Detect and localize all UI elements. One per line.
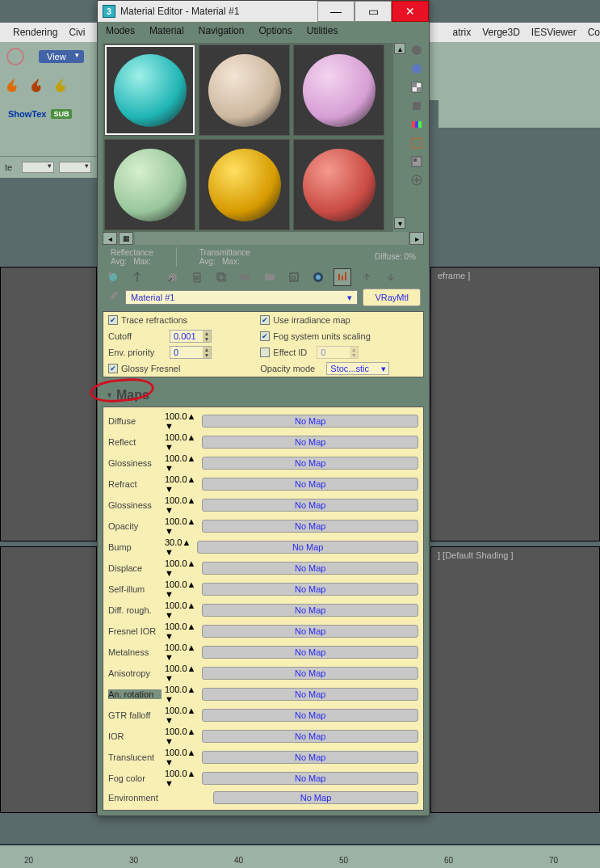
close-button[interactable]: ✕ <box>392 1 429 22</box>
fire-icon[interactable] <box>6 78 21 93</box>
go-forward-icon[interactable] <box>382 268 400 286</box>
map-slot-button[interactable]: No Map <box>202 646 418 659</box>
assign-to-selection-icon[interactable] <box>164 268 182 286</box>
scroll-up-icon[interactable]: ▴ <box>394 43 405 54</box>
sample-slot[interactable] <box>199 139 290 230</box>
get-material-icon[interactable] <box>104 268 122 286</box>
sample-slot[interactable] <box>293 44 384 136</box>
background-icon[interactable] <box>409 80 424 95</box>
video-color-icon[interactable] <box>409 117 424 132</box>
bg-menu-item[interactable]: atrix <box>452 27 471 38</box>
map-amount-spinner[interactable]: 100.0▲▼ <box>165 432 195 452</box>
minimize-button[interactable]: — <box>317 1 355 22</box>
render-scope-icon[interactable] <box>6 48 24 65</box>
viewport-bottom-right[interactable]: ] [Default Shading ] <box>430 546 600 813</box>
window-titlebar[interactable]: 3 Material Editor - Material #1 — ▭ ✕ <box>98 1 429 22</box>
material-type-button[interactable]: VRayMtl <box>363 289 421 306</box>
sample-slot[interactable] <box>104 44 195 136</box>
map-amount-spinner[interactable]: 100.0▲▼ <box>165 558 195 578</box>
viewport-bottom-left[interactable] <box>0 546 97 813</box>
map-amount-spinner[interactable]: 100.0▲▼ <box>165 600 195 620</box>
map-amount-spinner[interactable]: 100.0▲▼ <box>165 579 195 599</box>
options-icon[interactable] <box>409 136 424 150</box>
samples-hscroll[interactable]: ◂ ▦ ▸ <box>103 232 424 245</box>
eyedropper-icon[interactable] <box>106 290 120 305</box>
viewport-top-right[interactable]: eframe ] <box>430 267 600 541</box>
material-name-dropdown[interactable]: Material #1 <box>125 290 358 305</box>
map-slot-button[interactable]: No Map <box>202 457 418 470</box>
map-slot-button[interactable]: No Map <box>202 751 418 764</box>
map-slot-button[interactable]: No Map <box>202 688 418 701</box>
put-to-library-icon[interactable] <box>261 268 279 286</box>
menu-navigation[interactable]: Navigation <box>199 25 245 36</box>
map-amount-spinner[interactable]: 100.0▲▼ <box>165 643 195 662</box>
show-end-result-icon[interactable] <box>334 268 351 286</box>
map-slot-button[interactable]: No Map <box>202 499 418 512</box>
sample-slot[interactable] <box>293 139 384 230</box>
map-slot-button[interactable]: No Map <box>202 667 418 680</box>
fire-icon[interactable] <box>31 78 45 93</box>
maximize-button[interactable]: ▭ <box>355 1 392 22</box>
bg-menu-item[interactable]: Co <box>588 27 600 38</box>
menu-modes[interactable]: Modes <box>106 25 135 36</box>
backlight-icon[interactable] <box>409 61 424 76</box>
map-amount-spinner[interactable]: 100.0▲▼ <box>165 706 195 725</box>
map-slot-button[interactable]: No Map <box>197 541 418 554</box>
map-slot-button[interactable]: No Map <box>202 520 418 533</box>
sample-type-icon[interactable] <box>409 43 424 57</box>
material-map-icon[interactable] <box>409 173 424 188</box>
cutoff-spinner[interactable]: 0.001▲▼ <box>170 330 212 343</box>
select-by-material-icon[interactable] <box>409 154 424 169</box>
map-amount-spinner[interactable]: 100.0▲▼ <box>165 411 195 431</box>
bg-menu-item[interactable]: Verge3D <box>482 27 520 38</box>
menu-material[interactable]: Material <box>149 25 184 36</box>
grid-toggle-icon[interactable]: ▦ <box>119 232 133 245</box>
scroll-left-icon[interactable]: ◂ <box>103 232 117 245</box>
showtex-label[interactable]: ShowTex <box>8 109 46 119</box>
map-amount-spinner[interactable]: 100.0▲▼ <box>165 748 195 767</box>
map-slot-button[interactable]: No Map <box>202 604 418 617</box>
maps-rollout-header[interactable]: Maps <box>98 386 429 405</box>
map-amount-spinner[interactable]: 100.0▲▼ <box>165 664 195 683</box>
map-slot-button[interactable]: No Map <box>202 772 418 785</box>
sample-slot[interactable] <box>104 139 195 230</box>
map-amount-spinner[interactable]: 100.0▲▼ <box>165 453 195 473</box>
bg-menu-item[interactable]: Civi <box>69 27 85 38</box>
bg-menu-item[interactable]: Rendering <box>13 27 57 38</box>
glossy-fresnel-checkbox[interactable] <box>108 364 118 373</box>
map-amount-spinner[interactable]: 30.0▲▼ <box>165 537 191 557</box>
reset-icon[interactable] <box>188 268 206 286</box>
opacity-mode-dropdown[interactable]: Stoc...stic <box>326 362 389 375</box>
fire-icon[interactable] <box>55 78 69 93</box>
sample-uv-icon[interactable] <box>409 99 424 113</box>
samples-vscroll[interactable]: ▴ ▾ <box>393 43 406 229</box>
env-priority-spinner[interactable]: 0▲▼ <box>170 346 212 359</box>
map-amount-spinner[interactable]: 100.0▲▼ <box>165 474 195 494</box>
map-slot-button[interactable]: No Map <box>202 562 418 575</box>
bg-menu-item[interactable]: IESViewer <box>531 27 577 38</box>
fog-units-checkbox[interactable] <box>260 331 270 341</box>
map-amount-spinner[interactable]: 100.0▲▼ <box>165 727 195 746</box>
map-slot-button[interactable]: No Map <box>202 625 418 638</box>
effect-id-checkbox[interactable] <box>260 348 270 357</box>
combo-1[interactable] <box>22 162 54 173</box>
menu-utilities[interactable]: Utilities <box>307 25 338 36</box>
map-slot-button[interactable]: No Map <box>213 791 418 804</box>
combo-2[interactable] <box>59 162 91 173</box>
map-amount-spinner[interactable]: 100.0▲▼ <box>165 622 195 641</box>
map-slot-button[interactable]: No Map <box>202 730 418 743</box>
map-slot-button[interactable]: No Map <box>202 436 418 449</box>
scroll-down-icon[interactable]: ▾ <box>394 217 405 229</box>
menu-options[interactable]: Options <box>258 25 292 36</box>
map-amount-spinner[interactable]: 100.0▲▼ <box>165 495 195 515</box>
trace-refractions-checkbox[interactable] <box>108 315 118 325</box>
go-to-parent-icon[interactable] <box>358 268 376 286</box>
make-copy-icon[interactable] <box>212 268 230 286</box>
map-slot-button[interactable]: No Map <box>202 583 418 596</box>
scroll-right-icon[interactable]: ▸ <box>409 232 424 245</box>
map-slot-button[interactable]: No Map <box>202 415 418 428</box>
map-amount-spinner[interactable]: 100.0▲▼ <box>165 516 195 536</box>
scroll-track[interactable] <box>135 232 408 245</box>
show-in-viewport-icon[interactable] <box>309 268 327 286</box>
map-amount-spinner[interactable]: 100.0▲▼ <box>165 769 195 788</box>
